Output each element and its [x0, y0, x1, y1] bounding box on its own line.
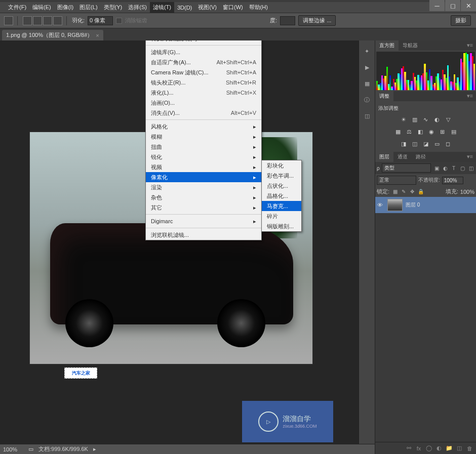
panel-menu-icon[interactable]: ▾≡	[464, 40, 476, 51]
submenu-item[interactable]: 碎片	[262, 211, 301, 221]
menu-item[interactable]: 其它	[146, 202, 261, 213]
layer-filter-select[interactable]: 类型	[382, 163, 431, 173]
menu-help[interactable]: 帮助(H)	[246, 2, 271, 13]
vibrance-icon[interactable]: ▽	[444, 115, 452, 123]
submenu-item[interactable]: 彩块化	[262, 160, 301, 171]
minimize-button[interactable]: ─	[429, 0, 445, 11]
fill-input[interactable]: 100%	[460, 189, 474, 195]
filter-adjust-icon[interactable]: ◐	[442, 164, 449, 172]
refine-edge-button[interactable]: 调整边缘 ...	[298, 15, 336, 26]
lock-all-icon[interactable]: 🔒	[417, 188, 424, 195]
feather-input[interactable]: 0 像素	[88, 16, 113, 25]
close-button[interactable]: ✕	[461, 0, 476, 11]
photo-filter-icon[interactable]: ◉	[427, 128, 435, 136]
lookup-icon[interactable]: ▤	[450, 128, 458, 136]
menu-item[interactable]: 模糊	[146, 132, 261, 142]
option-icon-1[interactable]	[23, 16, 32, 25]
trash-icon[interactable]: 🗑	[466, 445, 473, 452]
info-icon[interactable]: ⓘ	[363, 95, 372, 104]
zoom-level[interactable]: 100%	[3, 446, 23, 452]
lock-position-icon[interactable]: ✥	[409, 188, 416, 195]
option-icon-3[interactable]	[43, 16, 52, 25]
exposure-icon[interactable]: ◐	[433, 115, 441, 123]
blend-mode-select[interactable]: 正常	[377, 176, 416, 185]
layer-name[interactable]: 图层 0	[406, 201, 420, 209]
menu-item[interactable]: 自适应广角(A)...Alt+Shift+Ctrl+A	[146, 57, 261, 67]
menu-type[interactable]: 类型(Y)	[101, 2, 126, 13]
panel-menu-icon[interactable]: ▾≡	[464, 152, 476, 162]
new-layer-icon[interactable]: ◫	[456, 445, 463, 452]
canvas-area[interactable]: 汽车之家 上次滤镜操作(F)Ctrl+F转换为智能滤镜(S)滤镜库(G)...自…	[0, 40, 359, 454]
mask-icon[interactable]: ◯	[425, 445, 432, 452]
filter-type-icon[interactable]: T	[450, 164, 457, 172]
tab-paths[interactable]: 路径	[412, 152, 430, 162]
filter-pixel-icon[interactable]: ▣	[433, 164, 440, 172]
bw-icon[interactable]: ◧	[416, 128, 424, 136]
option-icon-2[interactable]	[33, 16, 42, 25]
marquee-tool-icon[interactable]	[4, 16, 13, 25]
menu-item[interactable]: 浏览联机滤镜...	[146, 230, 261, 240]
layers-collapsed-icon[interactable]: ◫	[363, 111, 372, 120]
menu-layer[interactable]: 图层(L)	[76, 2, 100, 13]
document-tab[interactable]: 1.png @ 100%（图层 0, RGB/8#） ×	[2, 30, 103, 40]
panel-menu-icon[interactable]: ▾≡	[464, 91, 476, 101]
visibility-icon[interactable]: 👁	[377, 202, 384, 208]
menu-item[interactable]: 锐化	[146, 152, 261, 162]
brightness-icon[interactable]: ☀	[400, 115, 408, 123]
tab-layers[interactable]: 图层	[375, 152, 393, 162]
menu-3d[interactable]: 3D(D)	[174, 3, 195, 12]
menu-item[interactable]: 扭曲	[146, 142, 261, 152]
link-layers-icon[interactable]: ⚯	[405, 445, 412, 452]
tab-adjustments[interactable]: 调整	[375, 91, 393, 101]
color-balance-icon[interactable]: ⚖	[405, 128, 413, 136]
menu-view[interactable]: 视图(V)	[195, 2, 220, 13]
submenu-item[interactable]: 马赛克...	[262, 201, 301, 211]
layer-row[interactable]: 👁 图层 0	[375, 197, 476, 213]
selective-color-icon[interactable]: ◻	[444, 140, 452, 148]
threshold-icon[interactable]: ◪	[422, 140, 430, 148]
menu-image[interactable]: 图像(I)	[54, 2, 76, 13]
menu-item[interactable]: 滤镜库(G)...	[146, 47, 261, 57]
menu-item[interactable]: 像素化	[146, 172, 261, 182]
degree-input[interactable]	[280, 16, 295, 25]
tab-channels[interactable]: 通道	[393, 152, 412, 162]
filter-shape-icon[interactable]: ▢	[459, 164, 466, 172]
menu-item[interactable]: 油画(O)...	[146, 98, 261, 108]
invert-icon[interactable]: ◨	[400, 140, 408, 148]
menu-item[interactable]: 渲染	[146, 182, 261, 192]
adjustment-layer-icon[interactable]: ◐	[435, 445, 443, 452]
menu-item[interactable]: 视频	[146, 162, 261, 172]
submenu-item[interactable]: 晶格化...	[262, 191, 301, 201]
curves-icon[interactable]: ∿	[422, 115, 430, 123]
layer-thumbnail[interactable]	[387, 199, 403, 211]
opacity-input[interactable]: 100%	[442, 177, 463, 184]
hue-icon[interactable]: ▦	[394, 128, 402, 136]
lock-transparent-icon[interactable]: ▦	[391, 188, 399, 195]
gradient-map-icon[interactable]: ▭	[433, 140, 441, 148]
menu-item[interactable]: 杂色	[146, 192, 261, 202]
levels-icon[interactable]: ▥	[411, 115, 419, 123]
menu-item[interactable]: 消失点(V)...Alt+Ctrl+V	[146, 108, 261, 118]
fx-icon[interactable]: fx	[415, 445, 422, 452]
antialias-checkbox[interactable]	[116, 18, 122, 24]
group-icon[interactable]: 📁	[446, 445, 453, 452]
menu-item[interactable]: 风格化	[146, 121, 261, 132]
wand-icon[interactable]: ✦	[363, 47, 372, 56]
menu-item[interactable]: Digimarc	[146, 216, 261, 226]
tab-navigator[interactable]: 导航器	[399, 40, 422, 51]
submenu-item[interactable]: 点状化...	[262, 181, 301, 191]
submenu-item[interactable]: 彩色半调...	[262, 171, 301, 181]
status-arrow-icon[interactable]: ▸	[93, 446, 96, 452]
photography-button[interactable]: 摄影	[451, 15, 471, 26]
tab-close-icon[interactable]: ×	[96, 32, 99, 38]
menu-filter[interactable]: 滤镜(T)	[150, 2, 174, 13]
channel-mixer-icon[interactable]: ⊞	[439, 128, 447, 136]
menu-item[interactable]: 镜头校正(R)...Shift+Ctrl+R	[146, 77, 261, 88]
maximize-button[interactable]: ◻	[445, 0, 460, 11]
preview-icon[interactable]: ▭	[28, 446, 33, 452]
tab-histogram[interactable]: 直方图	[375, 40, 399, 51]
filter-smart-icon[interactable]: ◫	[467, 164, 474, 172]
menu-item[interactable]: Camera Raw 滤镜(C)...Shift+Ctrl+A	[146, 67, 261, 77]
menu-item[interactable]: 转换为智能滤镜(S)	[146, 40, 261, 44]
menu-file[interactable]: 文件(F)	[5, 2, 29, 13]
